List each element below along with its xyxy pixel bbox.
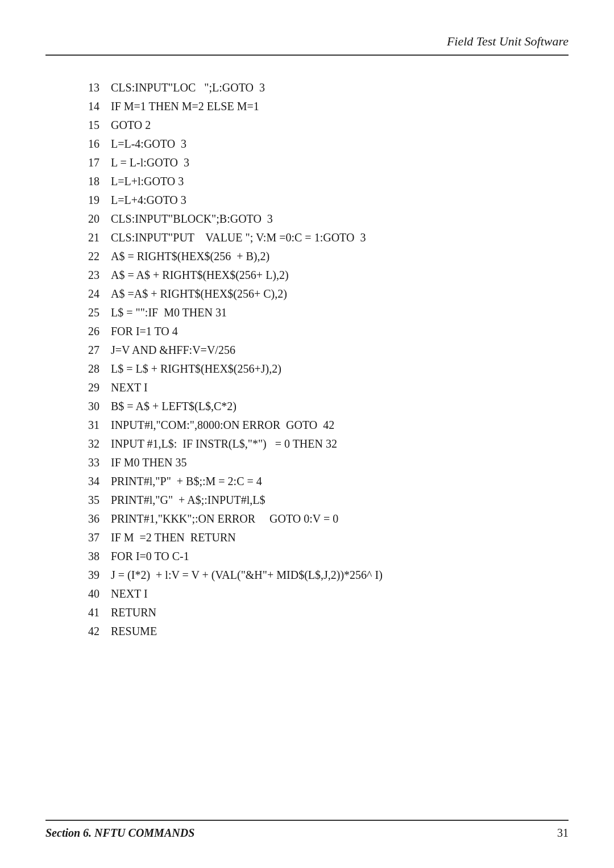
- line-number: 18: [80, 172, 111, 191]
- table-row: 29NEXT I: [80, 378, 569, 397]
- table-row: 36PRINT#1,"KKK";:ON ERROR GOTO 0:V = 0: [80, 510, 569, 528]
- table-row: 38FOR I=0 TO C-1: [80, 547, 569, 566]
- line-number: 32: [80, 435, 111, 453]
- line-code: A$ = A$ + RIGHT$(HEX$(256+ L),2): [111, 266, 289, 285]
- table-row: 26FOR I=1 TO 4: [80, 322, 569, 341]
- line-code: PRINT#1,"KKK";:ON ERROR GOTO 0:V = 0: [111, 510, 338, 528]
- table-row: 14IF M=1 THEN M=2 ELSE M=1: [80, 97, 569, 116]
- line-number: 34: [80, 472, 111, 491]
- line-number: 36: [80, 510, 111, 528]
- footer-section-label: Section 6. NFTU COMMANDS: [45, 827, 194, 840]
- line-code: CLS:INPUT"BLOCK";B:GOTO 3: [111, 210, 273, 228]
- table-row: 41RETURN: [80, 603, 569, 622]
- line-number: 14: [80, 97, 111, 116]
- table-row: 42RESUME: [80, 622, 569, 641]
- line-code: A$ = RIGHT$(HEX$(256 + B),2): [111, 247, 269, 266]
- line-number: 26: [80, 322, 111, 341]
- table-row: 32INPUT #1,L$: IF INSTR(L$,"*") = 0 THEN…: [80, 435, 569, 453]
- line-code: L=L+l:GOTO 3: [111, 172, 184, 191]
- table-row: 18L=L+l:GOTO 3: [80, 172, 569, 191]
- line-code: IF M=1 THEN M=2 ELSE M=1: [111, 97, 259, 116]
- line-code: INPUT#l,"COM:",8000:ON ERROR GOTO 42: [111, 416, 334, 435]
- line-code: CLS:INPUT"LOC ";L:GOTO 3: [111, 78, 265, 97]
- line-number: 33: [80, 453, 111, 472]
- line-code: B$ = A$ + LEFT$(L$,C*2): [111, 397, 237, 416]
- table-row: 37IF M =2 THEN RETURN: [80, 528, 569, 547]
- table-row: 15GOTO 2: [80, 116, 569, 135]
- table-row: 25L$ = "":IF M0 THEN 31: [80, 303, 569, 322]
- line-code: L$ = L$ + RIGHT$(HEX$(256+J),2): [111, 360, 281, 378]
- table-row: 35PRINT#l,"G" + A$;:INPUT#l,L$: [80, 491, 569, 510]
- line-number: 38: [80, 547, 111, 566]
- line-number: 40: [80, 585, 111, 603]
- line-code: INPUT #1,L$: IF INSTR(L$,"*") = 0 THEN 3…: [111, 435, 337, 453]
- table-row: 40NEXT I: [80, 585, 569, 603]
- footer-page-number: 31: [557, 827, 569, 840]
- line-code: NEXT I: [111, 585, 148, 603]
- page-header: Field Test Unit Software: [45, 34, 569, 56]
- line-code: L$ = "":IF M0 THEN 31: [111, 303, 227, 322]
- line-code: L=L+4:GOTO 3: [111, 191, 186, 210]
- line-code: FOR I=0 TO C-1: [111, 547, 189, 566]
- line-code: L=L-4:GOTO 3: [111, 135, 186, 153]
- line-code: NEXT I: [111, 378, 148, 397]
- table-row: 24A$ =A$ + RIGHT$(HEX$(256+ C),2): [80, 285, 569, 303]
- line-number: 42: [80, 622, 111, 641]
- table-row: 13CLS:INPUT"LOC ";L:GOTO 3: [80, 78, 569, 97]
- line-number: 21: [80, 228, 111, 247]
- line-number: 23: [80, 266, 111, 285]
- table-row: 28L$ = L$ + RIGHT$(HEX$(256+J),2): [80, 360, 569, 378]
- line-number: 15: [80, 116, 111, 135]
- table-row: 17L = L-l:GOTO 3: [80, 153, 569, 172]
- header-title: Field Test Unit Software: [447, 34, 569, 49]
- line-code: J = (I*2) + l:V = V + (VAL("&H"+ MID$(L$…: [111, 566, 383, 585]
- line-code: FOR I=1 TO 4: [111, 322, 178, 341]
- line-code: A$ =A$ + RIGHT$(HEX$(256+ C),2): [111, 285, 287, 303]
- line-number: 27: [80, 341, 111, 360]
- line-number: 30: [80, 397, 111, 416]
- line-number: 16: [80, 135, 111, 153]
- line-number: 41: [80, 603, 111, 622]
- table-row: 39J = (I*2) + l:V = V + (VAL("&H"+ MID$(…: [80, 566, 569, 585]
- table-row: 34PRINT#l,"P" + B$;:M = 2:C = 4: [80, 472, 569, 491]
- table-row: 30B$ = A$ + LEFT$(L$,C*2): [80, 397, 569, 416]
- page-footer: Section 6. NFTU COMMANDS 31: [45, 820, 569, 840]
- line-code: CLS:INPUT"PUT VALUE "; V:M =0:C = 1:GOTO…: [111, 228, 366, 247]
- table-row: 23A$ = A$ + RIGHT$(HEX$(256+ L),2): [80, 266, 569, 285]
- table-row: 31INPUT#l,"COM:",8000:ON ERROR GOTO 42: [80, 416, 569, 435]
- line-number: 13: [80, 78, 111, 97]
- line-code: PRINT#l,"P" + B$;:M = 2:C = 4: [111, 472, 262, 491]
- line-number: 24: [80, 285, 111, 303]
- code-block: 13CLS:INPUT"LOC ";L:GOTO 314IF M=1 THEN …: [45, 78, 569, 641]
- line-number: 29: [80, 378, 111, 397]
- line-number: 22: [80, 247, 111, 266]
- line-number: 28: [80, 360, 111, 378]
- line-code: PRINT#l,"G" + A$;:INPUT#l,L$: [111, 491, 265, 510]
- line-number: 37: [80, 528, 111, 547]
- table-row: 21CLS:INPUT"PUT VALUE "; V:M =0:C = 1:GO…: [80, 228, 569, 247]
- page: Field Test Unit Software 13CLS:INPUT"LOC…: [0, 0, 614, 868]
- table-row: 27J=V AND &HFF:V=V/256: [80, 341, 569, 360]
- line-code: IF M =2 THEN RETURN: [111, 528, 236, 547]
- line-code: IF M0 THEN 35: [111, 453, 187, 472]
- line-number: 25: [80, 303, 111, 322]
- line-code: GOTO 2: [111, 116, 151, 135]
- line-number: 20: [80, 210, 111, 228]
- line-number: 39: [80, 566, 111, 585]
- line-code: RETURN: [111, 603, 156, 622]
- line-code: L = L-l:GOTO 3: [111, 153, 189, 172]
- table-row: 19L=L+4:GOTO 3: [80, 191, 569, 210]
- table-row: 33IF M0 THEN 35: [80, 453, 569, 472]
- table-row: 20CLS:INPUT"BLOCK";B:GOTO 3: [80, 210, 569, 228]
- line-number: 19: [80, 191, 111, 210]
- line-code: RESUME: [111, 622, 157, 641]
- line-code: J=V AND &HFF:V=V/256: [111, 341, 235, 360]
- table-row: 22A$ = RIGHT$(HEX$(256 + B),2): [80, 247, 569, 266]
- line-number: 35: [80, 491, 111, 510]
- table-row: 16L=L-4:GOTO 3: [80, 135, 569, 153]
- line-number: 17: [80, 153, 111, 172]
- line-number: 31: [80, 416, 111, 435]
